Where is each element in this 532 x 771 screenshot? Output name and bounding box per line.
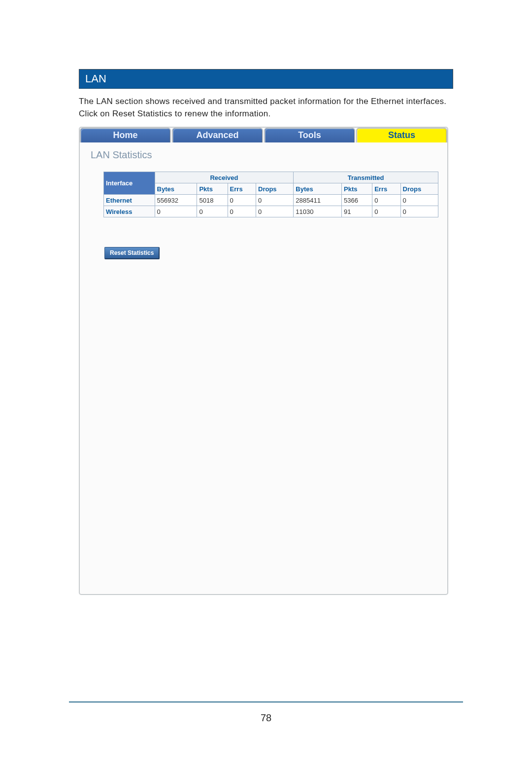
- cell-value: 2885411: [294, 195, 342, 206]
- section-description: The LAN section shows received and trans…: [79, 96, 453, 120]
- cell-value: 0: [155, 206, 197, 217]
- col-errs: Errs: [228, 183, 256, 195]
- cell-value: 0: [228, 195, 256, 206]
- cell-value: 0: [197, 206, 228, 217]
- table-header-row-groups: Interface Received Transmitted: [104, 172, 438, 183]
- table-row: Ethernet 556932 5018 0 0 2885411 5366 0 …: [104, 195, 438, 206]
- tab-label: Status: [388, 130, 415, 140]
- tab-label: Tools: [298, 130, 321, 140]
- footer-divider: [69, 701, 463, 702]
- cell-interface: Ethernet: [104, 195, 155, 206]
- cell-value: 0: [400, 206, 438, 217]
- col-bytes: Bytes: [294, 183, 342, 195]
- cell-value: 91: [342, 206, 372, 217]
- col-group-transmitted: Transmitted: [294, 172, 438, 183]
- app-panel: Home Advanced Tools Status LAN Statistic…: [79, 127, 448, 595]
- tab-advanced[interactable]: Advanced: [172, 128, 263, 142]
- cell-value: 0: [256, 195, 294, 206]
- cell-value: 11030: [294, 206, 342, 217]
- panel-body: LAN Statistics Interface Received Transm…: [80, 142, 447, 267]
- cell-value: 5018: [197, 195, 228, 206]
- col-bytes: Bytes: [155, 183, 197, 195]
- tab-status[interactable]: Status: [356, 128, 447, 142]
- reset-statistics-button[interactable]: Reset Statistics: [104, 247, 160, 259]
- col-interface: Interface: [104, 172, 155, 195]
- table-row: Wireless 0 0 0 0 11030 91 0 0: [104, 206, 438, 217]
- document-page: LAN The LAN section shows received and t…: [0, 0, 532, 771]
- panel-title: LAN Statistics: [91, 149, 439, 161]
- tab-home[interactable]: Home: [80, 128, 171, 142]
- cell-value: 0: [372, 195, 400, 206]
- col-drops: Drops: [400, 183, 438, 195]
- cell-value: 0: [228, 206, 256, 217]
- col-pkts: Pkts: [197, 183, 228, 195]
- cell-value: 556932: [155, 195, 197, 206]
- col-errs: Errs: [372, 183, 400, 195]
- col-group-received: Received: [155, 172, 294, 183]
- cell-value: 5366: [342, 195, 372, 206]
- cell-value: 0: [400, 195, 438, 206]
- col-pkts: Pkts: [342, 183, 372, 195]
- lan-statistics-table: Interface Received Transmitted Bytes Pkt…: [103, 172, 438, 217]
- content-area: LAN The LAN section shows received and t…: [79, 69, 453, 595]
- cell-value: 0: [372, 206, 400, 217]
- cell-interface: Wireless: [104, 206, 155, 217]
- tab-tools[interactable]: Tools: [264, 128, 355, 142]
- tab-label: Advanced: [196, 130, 238, 140]
- cell-value: 0: [256, 206, 294, 217]
- tab-bar: Home Advanced Tools Status: [80, 128, 447, 142]
- tab-label: Home: [113, 130, 137, 140]
- page-number: 78: [0, 712, 532, 724]
- section-header: LAN: [79, 69, 453, 89]
- col-drops: Drops: [256, 183, 294, 195]
